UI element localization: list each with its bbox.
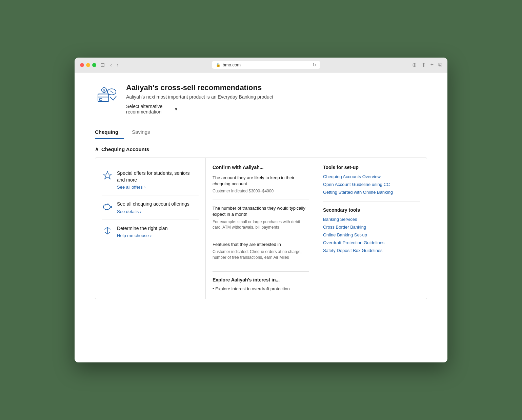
page-subtitle: Aaliyah's next most important product is…	[126, 94, 273, 100]
minimize-button[interactable]	[86, 63, 90, 67]
confirm-answer-transactions: For example: small or large purchases wi…	[213, 219, 309, 231]
cross-border-banking-link[interactable]: Cross Border Banking	[323, 225, 420, 230]
alternative-recommendation-dropdown[interactable]: Select alternative recommendation ▾	[126, 104, 221, 116]
tools-title: Tools for set-up	[323, 165, 420, 170]
address-bar-wrap: 🔒 bmo.com ↻	[124, 61, 408, 69]
getting-started-link[interactable]: Getting Started with Online Banking	[323, 190, 420, 195]
header-illustration: $	[95, 83, 119, 108]
browser-window: ⊡ ‹ › 🔒 bmo.com ↻ ⊕ ⬆ + ⧉	[75, 58, 447, 362]
forward-button[interactable]: ›	[115, 61, 120, 69]
refresh-icon[interactable]: ↻	[313, 62, 316, 67]
new-tab-icon[interactable]: +	[430, 62, 434, 68]
page-content: $ Aaliyah's cross-sell recommendations A…	[75, 72, 447, 362]
svg-text:$: $	[103, 89, 105, 92]
confirm-item-features: Features that they are interested in Cus…	[213, 241, 309, 266]
chevron-right-icon: ›	[144, 185, 145, 190]
browser-actions: ⊕ ⬆ + ⧉	[412, 62, 442, 68]
lock-icon: 🔒	[216, 63, 221, 67]
sidebar-toggle-icon[interactable]: ⊡	[100, 62, 105, 68]
address-bar[interactable]: 🔒 bmo.com ↻	[212, 61, 320, 69]
section-header: ∧ Chequing Accounts	[95, 146, 427, 152]
middle-column: Confirm with Aaliyah... The amount they …	[206, 158, 316, 299]
section-title: Chequing Accounts	[101, 146, 149, 152]
desktop-background: ⊡ ‹ › 🔒 bmo.com ↻ ⊕ ⬆ + ⧉	[0, 0, 522, 420]
right-column: Tools for set-up Chequing Accounts Overv…	[316, 158, 427, 299]
url-text: bmo.com	[223, 62, 241, 67]
explore-item-overdraft: • Explore interest in overdraft protecti…	[213, 286, 309, 292]
confirm-section: Confirm with Aaliyah... The amount they …	[213, 165, 309, 266]
maximize-button[interactable]	[92, 63, 96, 67]
offer-text-chequing: See all chequing account offerings See d…	[117, 201, 199, 214]
tools-section: Tools for set-up Chequing Accounts Overv…	[323, 165, 420, 195]
safety-deposit-box-guidelines-link[interactable]: Safety Deposit Box Guidelines	[323, 248, 420, 253]
see-all-offers-link[interactable]: See all offers ›	[117, 185, 199, 190]
explore-title: Explore Aaliyah's interest in...	[213, 277, 309, 282]
confirm-answer-features: Customer indicated: Cheque orders at no …	[213, 249, 309, 260]
tabs-icon[interactable]: ⧉	[438, 62, 442, 68]
piggy-bank-icon	[102, 201, 113, 212]
offer-title-students: Special offers for students, seniors and…	[117, 170, 199, 183]
header-text: Aaliyah's cross-sell recommendations Aal…	[126, 83, 273, 116]
chevron-right-icon: ›	[140, 209, 141, 214]
see-details-link[interactable]: See details ›	[117, 209, 199, 214]
explore-section: Explore Aaliyah's interest in... • Explo…	[213, 271, 309, 292]
confirm-item-transactions: The number of transactions they would ty…	[213, 205, 309, 236]
offer-item-chequing: See all chequing account offerings See d…	[102, 195, 199, 220]
dropdown-label: Select alternative recommendation	[126, 104, 172, 114]
confirm-title: Confirm with Aaliyah...	[213, 165, 309, 170]
secondary-tools-title: Secondary tools	[323, 207, 420, 213]
tabs: Chequing Savings	[95, 126, 427, 139]
page-header: $ Aaliyah's cross-sell recommendations A…	[95, 83, 427, 116]
online-banking-setup-link[interactable]: Online Banking Set-up	[323, 232, 420, 237]
offer-text-plan: Determine the right plan Help me choose …	[117, 225, 199, 238]
confirm-item-amount: The amount they are likely to keep in th…	[213, 175, 309, 200]
offer-title-plan: Determine the right plan	[117, 225, 199, 232]
left-column: Special offers for students, seniors and…	[95, 158, 206, 299]
main-content-grid: Special offers for students, seniors and…	[95, 158, 427, 299]
offer-text-students: Special offers for students, seniors and…	[117, 170, 199, 190]
offer-item-plan: Determine the right plan Help me choose …	[102, 220, 199, 244]
arrows-icon	[102, 225, 113, 236]
back-button[interactable]: ‹	[109, 61, 113, 69]
chevron-up-icon: ∧	[95, 146, 99, 152]
svg-line-4	[110, 91, 114, 93]
confirm-question-features: Features that they are interested in	[213, 241, 309, 248]
confirm-question-amount: The amount they are likely to keep in th…	[213, 175, 309, 187]
confirm-question-transactions: The number of transactions they would ty…	[213, 205, 309, 217]
svg-point-9	[105, 206, 106, 206]
confirm-answer-amount: Customer indicated $3000–$4000	[213, 188, 309, 194]
svg-point-8	[103, 204, 110, 210]
banking-services-link[interactable]: Banking Services	[323, 217, 420, 222]
open-account-guideline-link[interactable]: Open Account Guideline using CC	[323, 182, 420, 187]
offer-item-students: Special offers for students, seniors and…	[102, 165, 199, 195]
help-me-choose-link[interactable]: Help me choose ›	[117, 233, 199, 238]
tab-savings[interactable]: Savings	[132, 126, 155, 139]
nav-buttons: ‹ ›	[109, 61, 120, 69]
secondary-tools-section: Secondary tools Banking Services Cross B…	[323, 202, 420, 253]
share-icon[interactable]: ⬆	[421, 62, 426, 68]
chevron-right-icon: ›	[150, 233, 152, 238]
chequing-accounts-overview-link[interactable]: Chequing Accounts Overview	[323, 174, 420, 179]
browser-chrome: ⊡ ‹ › 🔒 bmo.com ↻ ⊕ ⬆ + ⧉	[75, 58, 447, 72]
svg-marker-7	[103, 171, 112, 179]
star-icon	[102, 170, 113, 181]
tab-chequing[interactable]: Chequing	[95, 126, 124, 139]
svg-rect-2	[100, 99, 102, 100]
overdraft-protection-guidelines-link[interactable]: Overdraft Protection Guidelines	[323, 240, 420, 245]
traffic-lights	[80, 63, 96, 67]
page-title: Aaliyah's cross-sell recommendations	[126, 83, 273, 92]
download-icon[interactable]: ⊕	[412, 62, 417, 68]
chevron-down-icon: ▾	[175, 106, 221, 112]
offer-title-chequing: See all chequing account offerings	[117, 201, 199, 208]
close-button[interactable]	[80, 63, 84, 67]
